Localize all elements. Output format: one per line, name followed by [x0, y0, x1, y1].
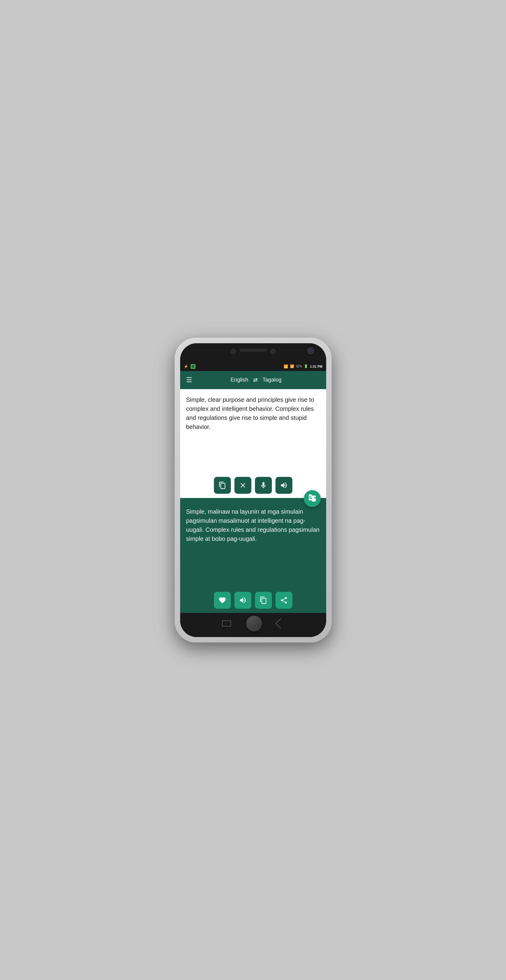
- home-button[interactable]: [246, 616, 262, 631]
- status-bar-right: 📶 📶 92% 🔋 1:31 PM: [283, 364, 323, 369]
- app-notification-icon: [191, 364, 196, 369]
- top-bezel: [180, 343, 326, 362]
- input-action-buttons: [180, 473, 326, 498]
- google-translate-icon: [308, 494, 317, 502]
- copy-button[interactable]: [255, 592, 272, 609]
- speaker-button-input[interactable]: [275, 477, 292, 494]
- speaker-grille: [240, 349, 267, 352]
- recent-apps-button[interactable]: [222, 620, 231, 627]
- swap-languages-button[interactable]: ⇄: [253, 377, 258, 383]
- sensor: [271, 349, 276, 354]
- google-translate-fab[interactable]: [304, 490, 321, 507]
- back-button[interactable]: [275, 618, 286, 628]
- status-time: 1:31 PM: [310, 365, 323, 368]
- status-bar: ⚡ 📶 📶 92% 🔋 1:31 PM: [180, 362, 326, 371]
- clipboard-icon: [218, 481, 226, 489]
- rear-camera-icon: [307, 347, 314, 354]
- signal-icon: 📶: [290, 364, 294, 368]
- share-button[interactable]: [275, 592, 292, 609]
- wifi-icon: 📶: [283, 364, 288, 369]
- share-icon: [280, 596, 288, 604]
- usb-icon: ⚡: [184, 364, 188, 369]
- menu-button[interactable]: ☰: [186, 377, 192, 383]
- source-language-label[interactable]: English: [231, 377, 248, 383]
- copy-icon: [259, 596, 267, 604]
- favorite-button[interactable]: [214, 592, 231, 609]
- clear-icon: [239, 481, 247, 489]
- speaker-button-output[interactable]: [234, 592, 251, 609]
- app-header: ☰ English ⇄ Tagalog: [180, 371, 326, 389]
- microphone-button[interactable]: [255, 477, 272, 494]
- favorite-icon: [218, 596, 226, 604]
- input-text-content[interactable]: Simple, clear purpose and principles giv…: [180, 389, 326, 473]
- camera-area: [231, 349, 276, 354]
- battery-percentage: 92%: [296, 365, 302, 368]
- output-text-content: Simple, malinaw na layunin at mga simula…: [180, 504, 326, 587]
- speaker-icon-output: [239, 596, 247, 604]
- phone-device: ⚡ 📶 📶 92% 🔋 1:31 PM ☰ English ⇄ Tagalog: [175, 338, 332, 643]
- google-translate-label: [308, 494, 317, 503]
- input-panel: Simple, clear purpose and principles giv…: [180, 389, 326, 498]
- bottom-bezel: [180, 613, 326, 637]
- language-selector: English ⇄ Tagalog: [192, 377, 320, 383]
- microphone-icon: [259, 481, 267, 489]
- clipboard-button[interactable]: [214, 477, 231, 494]
- phone-screen-container: ⚡ 📶 📶 92% 🔋 1:31 PM ☰ English ⇄ Tagalog: [180, 343, 326, 637]
- battery-charging-icon: 🔋: [304, 364, 308, 368]
- app-screen: ⚡ 📶 📶 92% 🔋 1:31 PM ☰ English ⇄ Tagalog: [180, 362, 326, 613]
- status-bar-left: ⚡: [184, 364, 196, 369]
- clear-button[interactable]: [234, 477, 251, 494]
- target-language-label[interactable]: Tagalog: [263, 377, 282, 383]
- speaker-icon-input: [280, 481, 288, 489]
- front-camera: [231, 349, 236, 354]
- output-action-buttons: [180, 587, 326, 613]
- output-panel: Simple, malinaw na layunin at mga simula…: [180, 498, 326, 613]
